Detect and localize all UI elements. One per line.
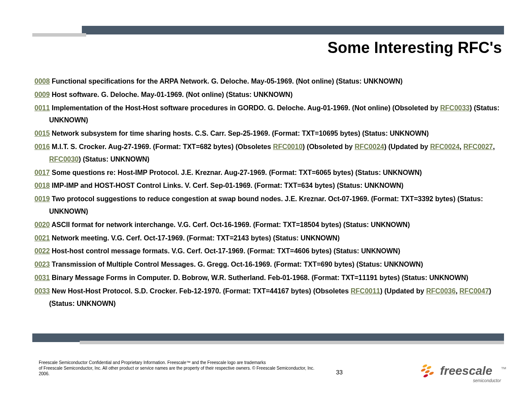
logo-text: freescale	[440, 364, 492, 378]
rfc-description: Some questions re: Host-IMP Protocol. J.…	[50, 169, 422, 176]
page-title: Some Interesting RFC's	[327, 39, 502, 57]
rfc-item: 0031 Binary Message Forms in Computer. D…	[34, 272, 502, 284]
rfc-description: New Host-Host Protocol. S.D. Crocker. Fe…	[50, 287, 351, 295]
slide: Some Interesting RFC's 0008 Functional s…	[0, 0, 532, 411]
svg-point-4	[429, 371, 434, 376]
page-number: 33	[336, 369, 343, 376]
rfc-description: Network meeting. V.G. Cerf. Oct-17-1969.…	[50, 234, 340, 242]
rfc-item: 0023 Transmission of Multiple Control Me…	[34, 258, 502, 271]
svg-point-3	[425, 370, 430, 374]
header-band-dark	[82, 26, 504, 34]
rfc-reference-link[interactable]: RFC0036	[426, 287, 455, 295]
rfc-description: ) (Updated by	[380, 287, 426, 295]
rfc-description: Functional specifications for the ARPA N…	[50, 78, 403, 85]
rfc-number-link[interactable]: 0020	[34, 221, 50, 228]
rfc-number-link[interactable]: 0021	[34, 234, 50, 242]
rfc-description: Host-host control message formats. V.G. …	[50, 247, 400, 255]
rfc-reference-link[interactable]: RFC0033	[440, 104, 470, 112]
rfc-description: Binary Message Forms in Computer. D. Bob…	[50, 274, 469, 281]
rfc-description: M.I.T. S. Crocker. Aug-27-1969. (Format:…	[50, 143, 273, 150]
rfc-description: ) (Updated by	[384, 143, 430, 150]
rfc-item: 0019 Two protocol suggestions to reduce …	[34, 193, 502, 218]
rfc-description: Network subsystem for time sharing hosts…	[50, 130, 429, 137]
footer-disclaimer: Freescale Semiconductor Confidential and…	[39, 360, 323, 377]
rfc-number-link[interactable]: 0019	[34, 195, 50, 202]
rfc-item: 0008 Functional specifications for the A…	[34, 75, 502, 88]
footer-band-light	[80, 341, 504, 344]
rfc-number-link[interactable]: 0022	[34, 247, 50, 255]
rfc-item: 0009 Host software. G. Deloche. May-01-1…	[34, 89, 502, 101]
rfc-item: 0017 Some questions re: Host-IMP Protoco…	[34, 167, 502, 179]
footer-line-1: Freescale Semiconductor Confidential and…	[39, 360, 266, 365]
rfc-reference-link[interactable]: RFC0030	[49, 156, 78, 163]
rfc-item: 0022 Host-host control message formats. …	[34, 245, 502, 258]
rfc-number-link[interactable]: 0015	[34, 130, 50, 137]
rfc-description: ,	[460, 143, 464, 150]
content-area: 0008 Functional specifications for the A…	[34, 75, 502, 311]
rfc-number-link[interactable]: 0033	[34, 287, 50, 295]
rfc-number-link[interactable]: 0031	[34, 274, 50, 281]
rfc-item: 0020 ASCII format for network interchang…	[34, 219, 502, 231]
svg-point-5	[423, 374, 429, 378]
rfc-reference-link[interactable]: RFC0024	[355, 143, 384, 150]
rfc-description: ) (Status: UNKNOWN)	[78, 156, 149, 163]
rfc-reference-link[interactable]: RFC0047	[460, 287, 489, 295]
rfc-item: 0021 Network meeting. V.G. Cerf. Oct-17-…	[34, 232, 502, 245]
rfc-description: Host software. G. Deloche. May-01-1969. …	[50, 91, 293, 98]
rfc-number-link[interactable]: 0017	[34, 169, 50, 176]
footer-line-2: of Freescale Semiconductor, Inc. All oth…	[39, 366, 314, 376]
rfc-description: ,	[456, 287, 460, 295]
rfc-item: 0033 New Host-Host Protocol. S.D. Crocke…	[34, 285, 502, 310]
rfc-item: 0016 M.I.T. S. Crocker. Aug-27-1969. (Fo…	[34, 141, 502, 166]
trademark-symbol: TM	[501, 366, 506, 370]
rfc-description: Implementation of the Host-Host software…	[50, 104, 440, 112]
rfc-item: 0011 Implementation of the Host-Host sof…	[34, 102, 502, 127]
svg-point-0	[422, 364, 428, 368]
svg-point-2	[420, 368, 426, 372]
rfc-number-link[interactable]: 0023	[34, 261, 50, 268]
rfc-description: IMP-IMP and HOST-HOST Control Links. V. …	[50, 182, 404, 189]
freescale-logo: freescale semiconductor	[420, 362, 502, 383]
rfc-number-link[interactable]: 0008	[34, 78, 50, 85]
rfc-reference-link[interactable]: RFC0011	[351, 287, 380, 295]
rfc-description: Two protocol suggestions to reduce conge…	[49, 195, 483, 215]
rfc-number-link[interactable]: 0009	[34, 91, 50, 98]
svg-point-1	[426, 365, 432, 370]
rfc-description: ASCII format for network interchange. V.…	[50, 221, 410, 228]
rfc-item: 0015 Network subsystem for time sharing …	[34, 128, 502, 140]
rfc-description: ) (Obsoleted by	[302, 143, 355, 150]
rfc-reference-link[interactable]: RFC0024	[430, 143, 459, 150]
rfc-number-link[interactable]: 0016	[34, 143, 50, 150]
rfc-description: Transmission of Multiple Control Message…	[50, 261, 423, 268]
rfc-number-link[interactable]: 0018	[34, 182, 50, 189]
rfc-reference-link[interactable]: RFC0010	[273, 143, 302, 150]
header-band-light	[32, 33, 86, 37]
freescale-logo-icon	[420, 362, 436, 380]
rfc-description: ,	[493, 143, 495, 150]
rfc-reference-link[interactable]: RFC0027	[464, 143, 493, 150]
rfc-number-link[interactable]: 0011	[34, 104, 50, 112]
rfc-item: 0018 IMP-IMP and HOST-HOST Control Links…	[34, 180, 502, 192]
